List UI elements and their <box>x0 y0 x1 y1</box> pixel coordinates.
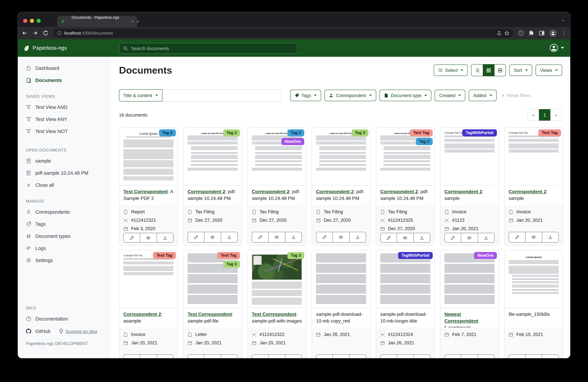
reload-icon[interactable] <box>43 30 48 36</box>
document-card[interactable]: Test TagTag 3 Test Correspondent: sample… <box>183 250 242 358</box>
tag-badge[interactable]: Tag 2 <box>159 129 176 136</box>
document-thumbnail[interactable]: Tag 3 <box>248 250 306 308</box>
sidebar-item-saved-view-and[interactable]: Test View AND <box>18 101 109 113</box>
added-filter-button[interactable]: Added <box>469 90 496 101</box>
browser-menu-kebab-icon[interactable]: ⋮ <box>561 30 566 36</box>
download-button[interactable] <box>478 233 494 242</box>
browser-profile-avatar[interactable] <box>549 29 557 37</box>
edit-button[interactable] <box>380 233 397 242</box>
pagination-next-button[interactable]: » <box>550 109 562 121</box>
edit-button[interactable] <box>316 355 333 358</box>
correspondent-link[interactable]: Correspondent 2 <box>380 189 418 194</box>
tag-badge[interactable]: TagWithPartial <box>398 252 433 259</box>
view-button[interactable] <box>140 233 157 242</box>
tag-badge[interactable]: Tag 3 <box>223 129 240 136</box>
tag-badge[interactable]: NewOne <box>474 252 497 259</box>
download-button[interactable] <box>349 232 366 242</box>
document-thumbnail[interactable]: Tag 3 Adobe Acrobat PDF Files <box>184 128 242 185</box>
document-thumbnail[interactable]: NewOne <box>441 250 499 308</box>
document-card[interactable]: NewOne Newest Correspondent: f_combineds… <box>440 250 499 358</box>
bookmark-star-icon[interactable] <box>504 31 509 36</box>
download-button[interactable] <box>285 232 302 242</box>
download-button[interactable] <box>221 232 237 242</box>
view-mode-grid-button[interactable] <box>483 64 494 76</box>
document-card[interactable]: Tag 3 Adobe Acrobat PDF Files Correspond… <box>183 127 242 246</box>
correspondent-link[interactable]: Correspondent 2 <box>188 189 225 194</box>
edit-button[interactable] <box>188 232 204 242</box>
document-card[interactable]: Tag 3 Adobe Acrobat PDF Files Correspond… <box>312 127 371 246</box>
correspondent-link[interactable]: Test Correspondent <box>188 311 232 317</box>
tag-badge[interactable]: TagWithPartial <box>462 129 497 136</box>
document-card[interactable]: Lorem ipsum file-sample_150kBs Feb 15, 2… <box>504 250 563 358</box>
document-thumbnail[interactable]: Tag 2 Lorem Ipsum <box>119 128 177 185</box>
tag-badge[interactable]: Test Tag <box>217 252 240 259</box>
view-button[interactable] <box>204 232 221 242</box>
sidebar-item-settings[interactable]: Settings <box>18 254 109 266</box>
created-filter-button[interactable]: Created <box>435 90 465 101</box>
download-button[interactable] <box>285 355 302 358</box>
search-input[interactable] <box>130 45 294 51</box>
tag-badge[interactable]: Tag 2 <box>287 129 304 136</box>
sidebar-item-saved-view-any[interactable]: Test View ANY <box>18 113 109 125</box>
close-tab-icon[interactable]: × <box>131 19 134 24</box>
sidebar-item-tags[interactable]: Tags <box>18 218 109 230</box>
document-card[interactable]: TagWithPartial A Simple PDF File Corresp… <box>440 127 499 246</box>
document-card[interactable]: TagWithPartial sample-pdf-download-10-mb… <box>376 250 435 358</box>
select-dropdown-button[interactable]: Select <box>434 64 468 76</box>
edit-button[interactable] <box>445 233 461 242</box>
pagination-prev-button[interactable]: « <box>528 109 539 121</box>
document-thumbnail[interactable]: Lorem ipsum <box>505 250 563 308</box>
edit-button[interactable] <box>509 232 525 242</box>
tab-overflow-chevron-icon[interactable]: ⌄ <box>561 18 565 22</box>
view-button[interactable] <box>397 233 414 242</box>
share-icon[interactable] <box>497 31 502 36</box>
url-text[interactable]: localhost:4200/documents <box>64 31 494 36</box>
edit-button[interactable] <box>252 232 269 242</box>
document-card[interactable]: Tag 3 Test Correspondent: sample-pdf-wit… <box>248 250 306 358</box>
extension-badge-icon[interactable] <box>518 30 524 36</box>
document-card[interactable]: Test Tag A Simple PDF File Correspondent… <box>119 250 178 358</box>
tags-filter-button[interactable]: Tags <box>290 90 321 101</box>
document-thumbnail[interactable]: TagWithPartial <box>376 250 434 308</box>
tag-badge[interactable]: Test Tag <box>153 252 176 259</box>
app-brand[interactable]: Paperless-ngx <box>23 45 67 51</box>
document-card[interactable]: Tag 2NewOne Adobe Acrobat PDF Files Corr… <box>248 127 306 246</box>
document-thumbnail[interactable]: Test TagTag 3 <box>184 250 242 308</box>
view-button[interactable] <box>525 232 542 242</box>
tag-badge[interactable]: Tag 3 <box>223 261 240 268</box>
correspondent-link[interactable]: Test Correspondent <box>252 311 296 317</box>
correspondent-link[interactable]: Test Correspondent <box>123 189 168 194</box>
reset-filters-button[interactable]: ✕ Reset filters <box>501 93 531 98</box>
view-button[interactable] <box>269 232 285 242</box>
tag-badge[interactable]: Test Tag <box>410 129 433 136</box>
document-card[interactable]: Tag 2 Lorem Ipsum Test Correspondent: A … <box>119 127 178 246</box>
title-content-dropdown-button[interactable]: Title & content <box>119 89 162 101</box>
sidebar-item-open-doc-sample[interactable]: sample <box>18 155 109 167</box>
download-button[interactable] <box>156 233 173 242</box>
back-icon[interactable] <box>22 30 28 36</box>
sidebar-item-dashboard[interactable]: Dashboard <box>18 62 109 74</box>
view-button[interactable] <box>397 355 414 358</box>
sidebar-item-saved-view-not[interactable]: Test View NOT <box>18 125 109 137</box>
download-button[interactable] <box>413 233 430 242</box>
sidebar-item-github[interactable]: GitHub <box>26 329 50 334</box>
edit-button[interactable] <box>188 355 204 358</box>
tag-badge[interactable]: Tag 3 <box>287 252 304 259</box>
correspondent-link[interactable]: Correspondent 2 <box>123 311 161 317</box>
edit-button[interactable] <box>380 355 397 358</box>
close-window-button[interactable] <box>23 19 27 23</box>
correspondent-link[interactable]: Newest Correspondent <box>444 311 478 323</box>
user-menu[interactable] <box>549 43 564 52</box>
extensions-puzzle-icon[interactable] <box>528 30 534 36</box>
sidebar-item-logs[interactable]: Logs <box>18 242 109 254</box>
filter-query-input[interactable] <box>162 89 282 101</box>
tag-badge[interactable]: Tag 2 <box>416 138 433 145</box>
view-button[interactable] <box>333 355 349 358</box>
macos-window-controls[interactable] <box>23 19 41 23</box>
sidebar-item-close-all[interactable]: Close all <box>18 179 109 191</box>
sidepanel-icon[interactable] <box>539 30 545 36</box>
document-card[interactable]: Test Tag A Simple PDF File Correspondent… <box>504 127 563 246</box>
document-thumbnail[interactable]: TagWithPartial A Simple PDF File <box>441 128 499 185</box>
document-thumbnail[interactable]: Test Tag A Simple PDF File <box>505 128 563 185</box>
sidebar-item-documentation[interactable]: Documentation <box>18 313 109 325</box>
